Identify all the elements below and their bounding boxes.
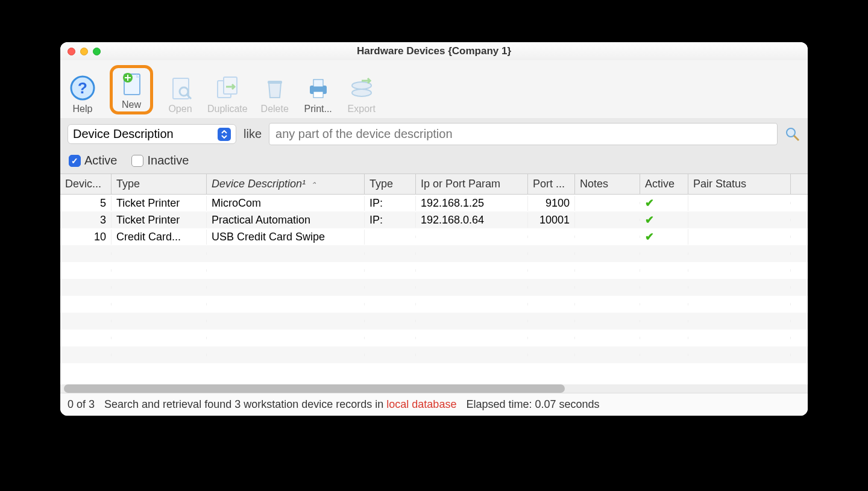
export-icon: [347, 73, 376, 102]
delete-label: Delete: [261, 104, 289, 114]
svg-rect-12: [313, 92, 323, 98]
svg-point-15: [787, 128, 795, 137]
duplicate-button[interactable]: Duplicate: [207, 73, 248, 114]
help-label: Help: [73, 104, 93, 114]
toolbar: ? Help New Open Duplicate: [60, 60, 808, 118]
col-active[interactable]: Active: [640, 174, 688, 194]
table-row: [60, 313, 808, 330]
cell-type: Credit Card...: [112, 230, 207, 245]
checkmark-icon: ✔: [645, 197, 654, 209]
new-button-highlight: New: [110, 65, 153, 114]
help-icon: ?: [68, 73, 97, 102]
cell-ip: 192.168.1.25: [416, 196, 528, 211]
cell-conn-type: IP:: [365, 196, 416, 211]
checkmark-icon: ✔: [645, 231, 654, 243]
print-icon: [304, 73, 333, 102]
cell-port: [528, 236, 575, 238]
status-message: Search and retrieval found 3 workstation…: [104, 398, 456, 411]
cell-notes: [575, 219, 640, 221]
svg-line-16: [794, 136, 799, 140]
duplicate-icon: [213, 73, 242, 102]
cell-pair: [688, 236, 791, 238]
filter-search-input[interactable]: [269, 123, 778, 145]
table-row: [60, 279, 808, 296]
cell-conn-type: IP:: [365, 213, 416, 228]
help-button[interactable]: ? Help: [66, 73, 99, 114]
cell-id: 5: [60, 196, 112, 211]
svg-rect-9: [268, 81, 282, 84]
svg-point-13: [352, 89, 371, 96]
inactive-filter[interactable]: Inactive: [131, 154, 189, 167]
cell-desc: Practical Automation: [207, 213, 365, 228]
cell-active: ✔: [640, 212, 688, 228]
cell-active: ✔: [640, 229, 688, 245]
status-source: local database: [386, 398, 456, 410]
scrollbar-thumb[interactable]: [64, 384, 565, 393]
delete-button[interactable]: Delete: [259, 73, 291, 114]
col-pair-status[interactable]: Pair Status: [688, 174, 791, 194]
delete-icon: [260, 73, 289, 102]
table-row: [60, 346, 808, 363]
col-ip[interactable]: Ip or Port Param: [416, 174, 528, 194]
cell-id: 10: [60, 230, 112, 245]
cell-desc: USB Credit Card Swipe: [207, 230, 365, 245]
horizontal-scrollbar[interactable]: [60, 384, 808, 393]
status-bar: 0 of 3 Search and retrieval found 3 work…: [60, 393, 808, 416]
checkmark-icon: ✔: [645, 214, 654, 226]
active-filter[interactable]: ✓ Active: [69, 154, 117, 167]
table-body: 5Ticket PrinterMicroComIP:192.168.1.2591…: [60, 195, 808, 384]
sort-asc-icon: ⌃: [310, 181, 316, 189]
open-button[interactable]: Open: [164, 73, 197, 114]
active-checkbox[interactable]: ✓: [69, 155, 81, 167]
cell-ip: [416, 236, 528, 238]
inactive-checkbox[interactable]: [131, 155, 143, 167]
new-document-icon: [117, 69, 146, 98]
filter-field-value: Device Description: [73, 127, 174, 141]
svg-rect-11: [313, 80, 323, 87]
new-label: New: [122, 99, 141, 110]
col-conn-type[interactable]: Type: [365, 174, 416, 194]
cell-ip: 192.168.0.64: [416, 213, 528, 228]
cell-pair: [688, 219, 791, 221]
search-icon[interactable]: [785, 127, 800, 142]
cell-type: Ticket Printer: [112, 196, 207, 211]
inactive-checkbox-label: Inactive: [147, 154, 189, 167]
titlebar: Hardware Devices {Company 1}: [60, 42, 808, 60]
export-button[interactable]: Export: [345, 73, 378, 114]
col-description[interactable]: Device Description¹⌃: [207, 174, 365, 194]
cell-pair: [688, 202, 791, 204]
cell-conn-type: [365, 236, 416, 238]
window-title: Hardware Devices {Company 1}: [60, 45, 808, 57]
table-header: Devic... Type Device Description¹⌃ Type …: [60, 174, 808, 195]
col-device-id[interactable]: Devic...: [60, 174, 112, 194]
new-button[interactable]: New: [115, 69, 148, 110]
export-label: Export: [348, 104, 376, 114]
status-elapsed: Elapsed time: 0.07 seconds: [466, 398, 599, 411]
select-arrows-icon: [218, 128, 231, 141]
print-button[interactable]: Print...: [302, 73, 335, 114]
svg-rect-8: [224, 77, 237, 94]
col-type[interactable]: Type: [112, 174, 207, 194]
table-row: [60, 296, 808, 313]
duplicate-label: Duplicate: [207, 104, 248, 114]
devices-table: Devic... Type Device Description¹⌃ Type …: [60, 174, 808, 393]
cell-id: 3: [60, 213, 112, 228]
hardware-devices-window: Hardware Devices {Company 1} ? Help New …: [60, 42, 808, 416]
cell-notes: [575, 202, 640, 204]
filter-field-select[interactable]: Device Description: [68, 124, 236, 144]
table-row[interactable]: 10Credit Card...USB Credit Card Swipe✔: [60, 228, 808, 245]
status-count: 0 of 3: [68, 398, 95, 411]
cell-active: ✔: [640, 195, 688, 211]
col-port[interactable]: Port ...: [528, 174, 575, 194]
cell-port: 10001: [528, 213, 575, 228]
cell-desc: MicroCom: [207, 196, 365, 211]
cell-type: Ticket Printer: [112, 213, 207, 228]
cell-notes: [575, 236, 640, 238]
svg-text:?: ?: [78, 79, 87, 97]
table-row: [60, 245, 808, 262]
table-row[interactable]: 3Ticket PrinterPractical AutomationIP:19…: [60, 211, 808, 228]
table-row[interactable]: 5Ticket PrinterMicroComIP:192.168.1.2591…: [60, 195, 808, 211]
active-checkbox-label: Active: [84, 154, 117, 167]
col-notes[interactable]: Notes: [575, 174, 640, 194]
open-document-icon: [166, 73, 195, 102]
